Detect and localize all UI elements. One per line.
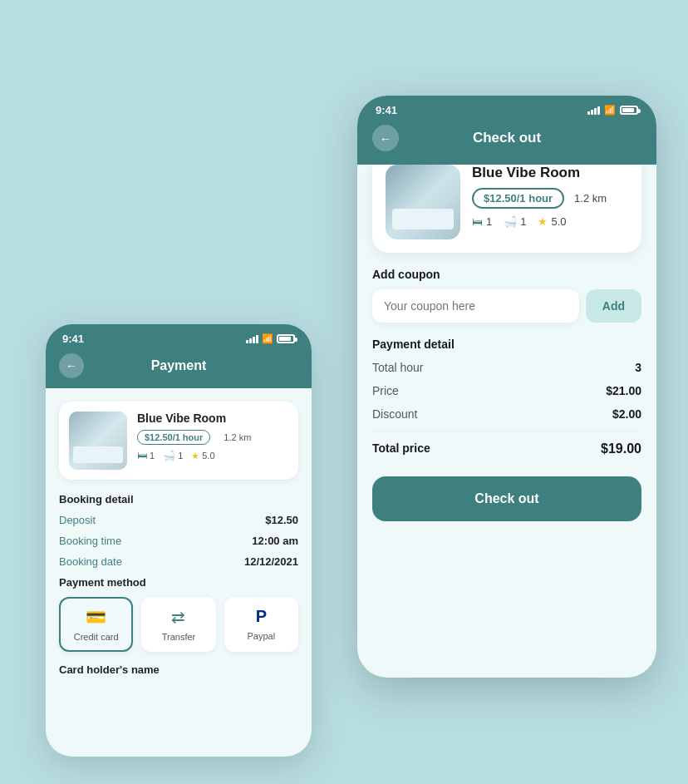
status-bar-front: 9:41 📶 — [357, 96, 656, 123]
battery-icon-back — [277, 334, 295, 343]
signal-icon-back — [246, 335, 258, 343]
pm-transfer-label: Transfer — [162, 632, 196, 642]
room-name-front: Blue Vibe Room — [472, 165, 628, 181]
bath-icon-front: 🛁 — [504, 215, 517, 228]
rating-amenity-front: ★ 5.0 — [538, 215, 566, 228]
battery-icon-front — [620, 106, 638, 115]
header-title-back: Payment — [151, 358, 207, 373]
room-amenities-front: 🛏 1 🛁 1 ★ 5.0 — [472, 215, 628, 228]
price-label: Price — [372, 384, 399, 397]
discount-value: $2.00 — [612, 407, 641, 421]
pm-credit-label: Credit card — [74, 632, 119, 642]
room-distance-back: 1.2 km — [224, 432, 251, 442]
price-row: Price $21.00 — [372, 384, 641, 397]
status-icons-front: 📶 — [587, 105, 638, 116]
pd-divider — [372, 431, 641, 431]
payment-methods-list: 💳 Credit card ⇄ Transfer P Paypal — [59, 597, 298, 652]
back-button-front[interactable]: ← — [372, 125, 399, 151]
coupon-section: Add coupon Add — [372, 268, 641, 323]
total-hour-value: 3 — [635, 361, 641, 374]
total-price-value: $19.00 — [601, 441, 641, 456]
status-icons-back: 📶 — [246, 333, 295, 344]
payment-detail-title: Payment detail — [372, 338, 641, 351]
room-info-front: Blue Vibe Room $12.50/1 hour 1.2 km 🛏 1 … — [472, 165, 628, 239]
deposit-label: Deposit — [59, 514, 96, 526]
wifi-icon-back: 📶 — [262, 333, 273, 344]
coupon-input[interactable] — [372, 289, 579, 323]
price-value: $21.00 — [606, 384, 641, 397]
bath-amenity-front: 🛁 1 — [504, 215, 526, 228]
status-bar-back: 9:41 📶 — [46, 324, 312, 352]
header-title-front: Check out — [473, 130, 541, 146]
pm-paypal-label: Paypal — [248, 631, 276, 641]
booking-date-label: Booking date — [59, 555, 122, 568]
total-price-row: Total price $19.00 — [372, 441, 641, 456]
signal-icon-front — [587, 106, 600, 115]
room-card-front: Blue Vibe Room $12.50/1 hour 1.2 km 🛏 1 … — [372, 165, 641, 253]
booking-time-label: Booking time — [59, 535, 121, 547]
bed-icon-front: 🛏 — [472, 215, 483, 228]
room-thumb-back — [69, 412, 127, 470]
credit-card-icon: 💳 — [86, 607, 106, 627]
star-icon-front: ★ — [538, 215, 548, 228]
room-price-front: $12.50/1 hour — [472, 188, 564, 209]
booking-date-row: Booking date 12/12/2021 — [59, 555, 298, 568]
room-card-back: Blue Vibe Room $12.50/1 hour 1.2 km 🛏 1 … — [59, 402, 298, 480]
bath-icon-back: 🛁 — [163, 450, 175, 461]
discount-row: Discount $2.00 — [372, 407, 641, 421]
status-time-front: 9:41 — [376, 104, 397, 116]
deposit-value: $12.50 — [265, 514, 298, 526]
checkout-button[interactable]: Check out — [372, 476, 641, 521]
beds-amenity-front: 🛏 1 — [472, 215, 492, 228]
header-front: ← Check out — [357, 123, 656, 165]
room-amenities-back: 🛏 1 🛁 1 ★ 5.0 — [137, 450, 288, 461]
checkout-phone: 9:41 📶 ← Check out Blue Vibe Room $12.5 — [357, 96, 656, 678]
paypal-icon: P — [256, 607, 267, 626]
payment-method-title: Payment method — [59, 576, 298, 589]
back-button-back[interactable]: ← — [59, 353, 84, 378]
total-hour-label: Total hour — [372, 361, 423, 374]
booking-date-value: 12/12/2021 — [244, 555, 298, 568]
header-back: ← Payment — [46, 352, 312, 388]
payment-phone: 9:41 📶 ← Payment Blue Vibe Room $12.50/ — [46, 324, 312, 757]
coupon-label: Add coupon — [372, 268, 641, 281]
total-hour-row: Total hour 3 — [372, 361, 641, 374]
pm-transfer-card[interactable]: ⇄ Transfer — [141, 597, 215, 652]
discount-label: Discount — [372, 407, 417, 421]
pm-credit-card[interactable]: 💳 Credit card — [59, 597, 133, 652]
room-name-back: Blue Vibe Room — [137, 412, 288, 425]
payment-detail-section: Payment detail Total hour 3 Price $21.00… — [372, 338, 641, 456]
total-price-label: Total price — [372, 441, 430, 456]
booking-time-value: 12:00 am — [252, 535, 298, 547]
content-back: Blue Vibe Room $12.50/1 hour 1.2 km 🛏 1 … — [46, 388, 312, 698]
room-image-front — [386, 165, 460, 239]
room-distance-front: 1.2 km — [574, 192, 607, 205]
room-price-back: $12.50/1 hour — [137, 430, 210, 445]
room-info-back: Blue Vibe Room $12.50/1 hour 1.2 km 🛏 1 … — [137, 412, 288, 470]
card-holder-label: Card holder's name — [59, 663, 298, 676]
transfer-icon: ⇄ — [171, 607, 185, 627]
price-row-front: $12.50/1 hour 1.2 km — [472, 188, 628, 209]
coupon-add-button[interactable]: Add — [586, 289, 641, 323]
bed-icon-back: 🛏 — [137, 450, 147, 461]
room-thumb-front — [386, 165, 460, 239]
rating-amenity-back: ★ 5.0 — [191, 451, 214, 461]
deposit-row: Deposit $12.50 — [59, 514, 298, 526]
pm-paypal-card[interactable]: P Paypal — [224, 597, 298, 652]
room-image-back — [69, 412, 127, 470]
bath-amenity-back: 🛁 1 — [163, 450, 183, 461]
beds-amenity-back: 🛏 1 — [137, 450, 155, 461]
coupon-row: Add — [372, 289, 641, 323]
content-front: Blue Vibe Room $12.50/1 hour 1.2 km 🛏 1 … — [357, 165, 656, 655]
booking-time-row: Booking time 12:00 am — [59, 535, 298, 547]
wifi-icon-front: 📶 — [604, 105, 616, 116]
booking-detail-title: Booking detail — [59, 493, 298, 505]
star-icon-back: ★ — [191, 451, 199, 461]
status-time-back: 9:41 — [62, 333, 84, 345]
